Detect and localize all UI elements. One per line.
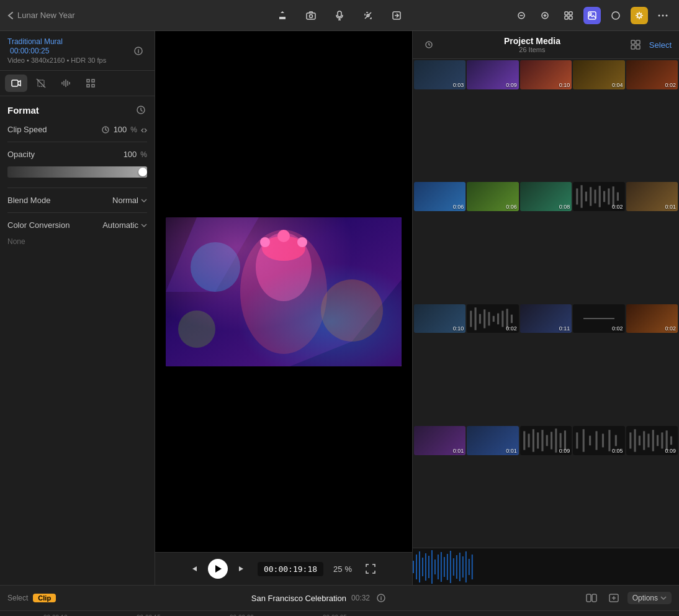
panel-content: Format Clip Speed 100 % Opacity 100	[0, 96, 155, 585]
grid-view-button[interactable]	[627, 36, 644, 53]
speed-chevron-icon[interactable]	[141, 125, 147, 134]
zoom-out-button[interactable]	[513, 7, 530, 24]
timeline-icon-1[interactable]	[583, 589, 600, 607]
svg-rect-75	[609, 430, 611, 451]
thumb-duration-16: 0:01	[453, 448, 464, 454]
svg-point-30	[297, 237, 307, 247]
blend-mode-label: Blend Mode	[7, 196, 50, 205]
thumb-duration-18: 0:09	[559, 448, 570, 454]
back-button[interactable]: Lunar New Year	[7, 11, 75, 20]
svg-rect-100	[453, 558, 454, 576]
tab-audio[interactable]	[55, 75, 77, 92]
svg-rect-44	[595, 190, 596, 204]
svg-point-16	[662, 14, 664, 16]
fullscreen-button[interactable]	[362, 560, 379, 578]
svg-rect-37	[636, 40, 640, 44]
panel-tabs	[0, 71, 155, 96]
svg-rect-97	[444, 557, 445, 577]
thumb-duration-10: 0:01	[665, 204, 676, 210]
svg-rect-67	[555, 428, 557, 453]
media-thumb-18[interactable]: 0:09	[520, 426, 572, 455]
tab-effects[interactable]	[79, 75, 102, 92]
svg-rect-76	[615, 435, 617, 446]
svg-marker-24	[166, 217, 259, 292]
media-thumb-12[interactable]: 0:02	[467, 304, 518, 333]
media-thumb-17[interactable]: 0:01	[467, 426, 518, 455]
export-button[interactable]	[388, 7, 405, 24]
waveform-full	[413, 548, 679, 585]
play-button[interactable]	[208, 559, 228, 579]
opacity-slider-container[interactable]	[7, 166, 147, 178]
thumb-duration-7: 0:06	[506, 204, 517, 210]
media-thumb-11[interactable]: 0:10	[414, 304, 465, 333]
format-options-button[interactable]	[135, 104, 147, 116]
options-button[interactable]: Options	[627, 592, 672, 604]
svg-rect-105	[469, 559, 470, 575]
svg-rect-61	[528, 433, 529, 447]
timeline-icon-2[interactable]	[605, 589, 623, 607]
svg-rect-83	[657, 435, 659, 446]
clip-speed-unit: %	[130, 125, 137, 134]
magic-button[interactable]	[359, 7, 377, 24]
info-button[interactable]	[130, 42, 147, 60]
opacity-slider-thumb[interactable]	[138, 168, 147, 176]
media-thumb-3[interactable]: 0:10	[520, 60, 572, 89]
project-name: San Francisco Celebration	[251, 594, 346, 603]
media-thumb-10[interactable]: 0:01	[626, 182, 678, 211]
grid-button[interactable]	[560, 7, 577, 24]
camera-button[interactable]	[302, 7, 320, 24]
media-thumb-16[interactable]: 0:01	[414, 426, 465, 455]
speed-icon	[101, 125, 110, 134]
list-view-button[interactable]	[420, 36, 438, 53]
media-thumb-20[interactable]: 0:09	[626, 426, 678, 455]
skip-back-button[interactable]	[188, 564, 198, 574]
skip-forward-button[interactable]	[238, 564, 248, 574]
thumb-duration-20: 0:09	[665, 448, 676, 454]
zoom-unit: %	[345, 564, 353, 574]
color-conversion-chevron-icon[interactable]	[141, 223, 147, 228]
select-button[interactable]: Select	[649, 40, 672, 50]
tab-video[interactable]	[5, 75, 27, 92]
clip-tag[interactable]: Clip	[33, 594, 56, 602]
media-thumb-6[interactable]: 0:06	[414, 182, 465, 211]
more-button[interactable]	[654, 7, 672, 24]
media-thumb-2[interactable]: 0:09	[467, 60, 518, 89]
media-thumb-15[interactable]: 0:02	[626, 304, 678, 333]
ruler-mark-2: 00:00:15	[137, 614, 161, 617]
mic-button[interactable]	[331, 7, 348, 24]
thumb-duration-3: 0:10	[559, 82, 570, 88]
svg-point-17	[666, 14, 668, 16]
svg-rect-78	[634, 429, 636, 451]
media-thumb-5[interactable]: 0:02	[626, 60, 678, 89]
blend-mode-chevron-icon[interactable]	[141, 198, 147, 203]
top-center-toolbar	[274, 7, 405, 24]
media-thumb-4[interactable]: 0:04	[573, 60, 624, 89]
media-thumb-9[interactable]: 0:02	[573, 182, 624, 211]
opacity-slider[interactable]	[7, 166, 147, 178]
svg-rect-79	[638, 435, 640, 445]
media-thumb-7[interactable]: 0:06	[467, 182, 518, 211]
svg-rect-98	[447, 554, 448, 580]
media-thumb-8[interactable]: 0:08	[520, 182, 572, 211]
section-header: Format	[7, 104, 147, 116]
zoom-in-button[interactable]	[536, 7, 554, 24]
timeline-info-button[interactable]	[375, 592, 387, 604]
media-thumb-13[interactable]: 0:11	[520, 304, 572, 333]
share-button[interactable]	[274, 7, 291, 24]
media-header: Project Media 26 Items Select	[413, 31, 679, 59]
photo-button[interactable]	[583, 7, 601, 24]
thumb-duration-14: 0:02	[612, 325, 623, 332]
tab-crop[interactable]	[30, 75, 52, 92]
media-thumb-1[interactable]: 0:03	[414, 60, 465, 89]
thumb-duration-13: 0:11	[559, 325, 570, 332]
svg-rect-104	[465, 551, 467, 582]
ruler-mark-1: 00:00:10	[43, 614, 68, 617]
circle-button[interactable]	[607, 7, 624, 24]
svg-rect-95	[438, 555, 439, 579]
sun-button[interactable]	[631, 7, 648, 24]
opacity-label: Opacity	[7, 150, 35, 159]
svg-rect-23	[166, 217, 402, 366]
media-thumb-19[interactable]: 0:05	[573, 426, 624, 455]
preview-controls: 00:00:19:18 25 %	[155, 552, 412, 585]
media-thumb-14[interactable]: 0:02	[573, 304, 624, 333]
